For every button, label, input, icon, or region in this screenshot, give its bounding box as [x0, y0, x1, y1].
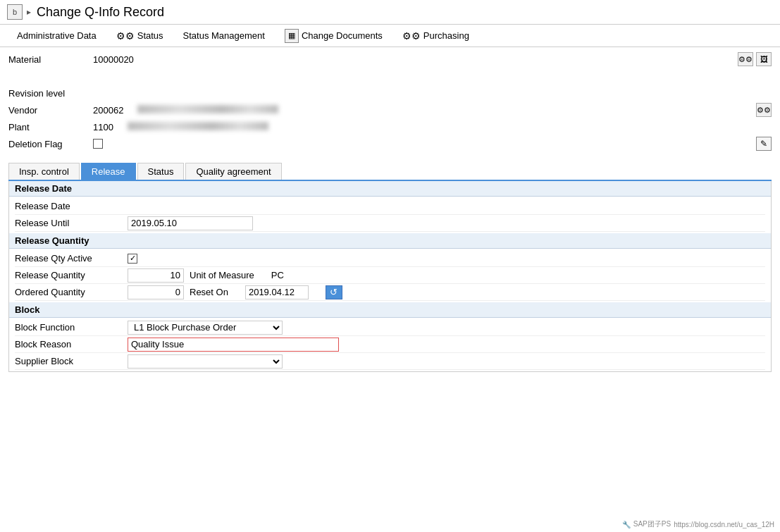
plant-value: 1100: [93, 122, 113, 132]
release-qty-section-body: Release Qty Active ✓ Release Quantity Un…: [9, 249, 771, 302]
block-section-body: Block Function L1 Block Purchase Order L…: [9, 318, 771, 371]
status-nav-icon: ⚙⚙: [116, 30, 135, 42]
reset-on-label: Reset On: [190, 287, 228, 297]
block-function-label: Block Function: [15, 322, 128, 333]
release-qty-section-header: Release Quantity: [9, 233, 771, 249]
block-function-dropdown[interactable]: L1 Block Purchase Order L2 Block Invoice…: [128, 321, 283, 335]
nav-change-documents[interactable]: ▦ Change Documents: [275, 25, 392, 47]
header-fields: Material 10000020 ⚙⚙ 🖼 Revision level Ve…: [0, 47, 780, 157]
uom-group: Unit of Measure PC: [190, 270, 284, 280]
deletion-icons: ✎: [756, 137, 772, 151]
block-reason-label: Block Reason: [15, 339, 128, 349]
plant-blurred: [128, 122, 268, 132]
material-icon-btn2[interactable]: 🖼: [756, 52, 772, 66]
material-row: Material 10000020 ⚙⚙ 🖼: [8, 51, 772, 67]
tab-insp-control[interactable]: Insp. control: [8, 163, 80, 180]
release-quantity-label: Release Quantity: [15, 270, 128, 280]
material-label: Material: [8, 54, 93, 65]
plant-label: Plant: [8, 122, 93, 132]
supplier-block-row: Supplier Block: [15, 353, 765, 370]
reset-on-group: Reset On ↺: [190, 285, 342, 299]
tab-release[interactable]: Release: [81, 163, 136, 180]
tab-content: Release Date Release Date Release Until …: [8, 181, 772, 372]
deletion-flag-checkbox[interactable]: [93, 139, 103, 149]
vendor-row: Vendor 200062 ⚙⚙: [8, 102, 772, 118]
release-qty-active-row: Release Qty Active ✓: [15, 250, 765, 267]
nav-purchasing[interactable]: ⚙⚙ Purchasing: [392, 26, 479, 46]
vendor-value: 200062: [93, 105, 123, 116]
ordered-quantity-label: Ordered Quantity: [15, 287, 128, 297]
vendor-blurred: [137, 105, 278, 116]
revision-row: Revision level: [8, 85, 772, 101]
tabs-container: Insp. control Release Status Quality agr…: [0, 163, 780, 372]
change-documents-icon: ▦: [285, 29, 299, 43]
deletion-flag-label: Deletion Flag: [8, 139, 93, 149]
release-until-row: Release Until: [15, 215, 765, 232]
tabs-bar: Insp. control Release Status Quality agr…: [8, 163, 772, 181]
nav-status-management[interactable]: Status Management: [173, 26, 275, 45]
uom-value: PC: [271, 270, 284, 280]
reset-on-input[interactable]: [245, 285, 309, 299]
release-quantity-input[interactable]: [128, 268, 184, 283]
release-until-input[interactable]: [128, 216, 253, 230]
tab-quality-agreement[interactable]: Quality agreement: [185, 163, 281, 180]
vendor-icon-btn[interactable]: ⚙⚙: [756, 103, 772, 117]
vendor-label: Vendor: [8, 105, 93, 116]
block-reason-row: Block Reason: [15, 336, 765, 353]
release-date-section-body: Release Date Release Until: [9, 197, 771, 233]
vendor-icons: ⚙⚙: [755, 103, 772, 117]
release-qty-active-checkbox[interactable]: ✓: [128, 254, 137, 264]
nav-bar: Administrative Data ⚙⚙ Status Status Man…: [0, 25, 780, 47]
title-arrow: ▸: [27, 7, 31, 17]
reset-button[interactable]: ↺: [326, 285, 342, 299]
nav-status[interactable]: ⚙⚙ Status: [106, 26, 173, 46]
supplier-block-dropdown[interactable]: [128, 354, 283, 369]
ordered-quantity-row: Ordered Quantity Reset On ↺: [15, 284, 765, 301]
tab-status[interactable]: Status: [137, 163, 185, 180]
supplier-block-label: Supplier Block: [15, 356, 128, 366]
page-title: Change Q-Info Record: [37, 5, 164, 20]
deletion-note-icon[interactable]: ✎: [756, 137, 772, 151]
release-qty-active-label: Release Qty Active: [15, 253, 128, 264]
uom-label: Unit of Measure: [190, 270, 254, 280]
revision-label: Revision level: [8, 88, 93, 99]
release-until-label: Release Until: [15, 218, 128, 228]
block-section-header: Block: [9, 302, 771, 318]
release-date-row: Release Date: [15, 198, 765, 215]
material-icon-btn1[interactable]: ⚙⚙: [738, 52, 753, 66]
deletion-flag-row: Deletion Flag ✎: [8, 136, 772, 151]
material-value: 10000020: [93, 54, 134, 65]
revision-spacer: [8, 68, 772, 84]
title-bar: b ▸ Change Q-Info Record: [0, 0, 780, 25]
title-icon: b: [7, 4, 23, 20]
release-date-section-header: Release Date: [9, 181, 771, 197]
nav-administrative-data[interactable]: Administrative Data: [7, 26, 106, 45]
block-reason-input[interactable]: [128, 338, 339, 352]
ordered-quantity-input[interactable]: [128, 285, 184, 299]
release-quantity-row: Release Quantity Unit of Measure PC: [15, 267, 765, 284]
plant-row: Plant 1100: [8, 119, 772, 135]
release-date-label: Release Date: [15, 201, 128, 211]
material-icons: ⚙⚙ 🖼: [736, 52, 772, 66]
purchasing-nav-icon: ⚙⚙: [402, 30, 421, 42]
block-function-row: Block Function L1 Block Purchase Order L…: [15, 319, 765, 336]
